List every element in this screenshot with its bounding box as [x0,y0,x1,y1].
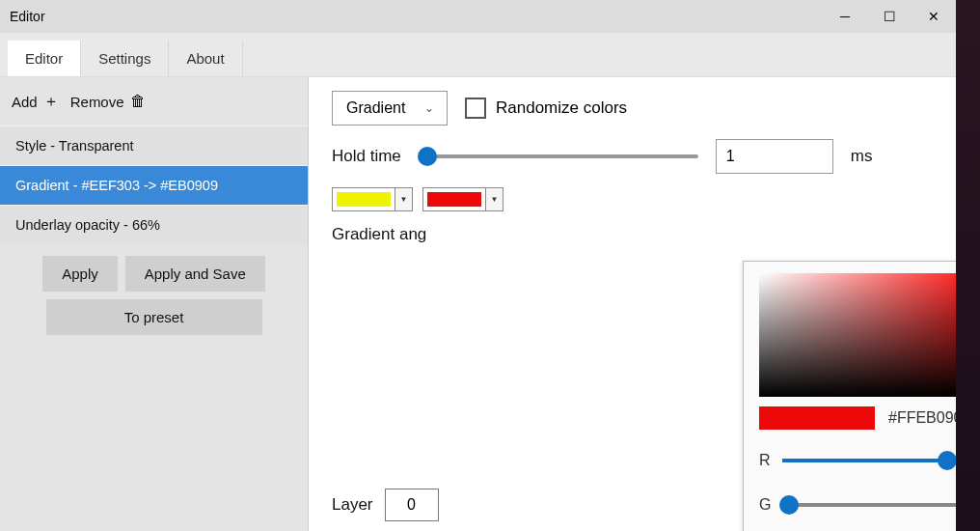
hold-time-slider[interactable] [419,154,698,158]
r-slider[interactable] [782,459,962,462]
maximize-button[interactable]: ☐ [867,0,912,33]
color2-dropdown-button[interactable]: ▼ [485,188,503,210]
to-preset-button[interactable]: To preset [46,299,262,335]
trash-icon: 🗑 [130,93,146,110]
mode-dropdown[interactable]: Gradient ⌄ [332,91,448,126]
effects-list: Style - Transparent Gradient - #EEF303 -… [0,126,308,244]
layer-input[interactable] [385,489,439,521]
color2-combo: ▼ [422,187,504,211]
tab-editor[interactable]: Editor [8,41,81,76]
hold-time-input[interactable] [716,139,833,174]
add-button[interactable]: Add ＋ [12,92,59,112]
plus-icon: ＋ [43,92,59,112]
sidebar: Add ＋ Remove 🗑 Style - Transparent Gradi… [0,77,309,531]
remove-label: Remove [70,94,124,110]
mode-dropdown-label: Gradient [346,99,405,117]
g-slider[interactable] [782,503,962,507]
add-label: Add [12,94,38,110]
color-picker-popup: ◀ ▶ #FFEB0909 R [743,261,980,531]
color2-swatch[interactable] [423,188,485,210]
saturation-value-area[interactable] [759,273,980,397]
randomize-label: Randomize colors [496,98,627,118]
titlebar: Editor ─ ☐ ✕ [0,0,956,33]
color-preview-swatch [759,406,875,430]
minimize-button[interactable]: ─ [823,0,867,33]
list-item[interactable]: Underlay opacity - 66% [0,205,308,244]
desktop-background [956,0,980,531]
list-item[interactable]: Style - Transparent [0,126,308,165]
window-title: Editor [10,9,45,24]
color1-dropdown-button[interactable]: ▼ [395,188,412,210]
list-item[interactable]: Gradient - #EEF303 -> #EB0909 [0,165,308,205]
g-label: G [759,496,773,514]
color1-combo: ▼ [332,187,413,211]
remove-button[interactable]: Remove 🗑 [70,93,146,110]
tab-settings[interactable]: Settings [81,41,169,76]
color1-swatch[interactable] [333,188,395,210]
tab-bar: Editor Settings About [0,33,956,77]
chevron-down-icon: ⌄ [424,101,434,115]
randomize-checkbox[interactable] [465,98,486,119]
hold-time-unit: ms [851,147,873,166]
apply-save-button[interactable]: Apply and Save [125,256,265,292]
hold-time-label: Hold time [332,147,401,166]
apply-button[interactable]: Apply [42,256,118,292]
gradient-angle-label: Gradient ang [332,225,426,244]
tab-about[interactable]: About [169,41,242,76]
r-label: R [759,452,773,469]
close-button[interactable]: ✕ [912,0,956,33]
layer-label: Layer [332,495,373,515]
main-panel: Gradient ⌄ Randomize colors Hold time ms [309,77,956,531]
